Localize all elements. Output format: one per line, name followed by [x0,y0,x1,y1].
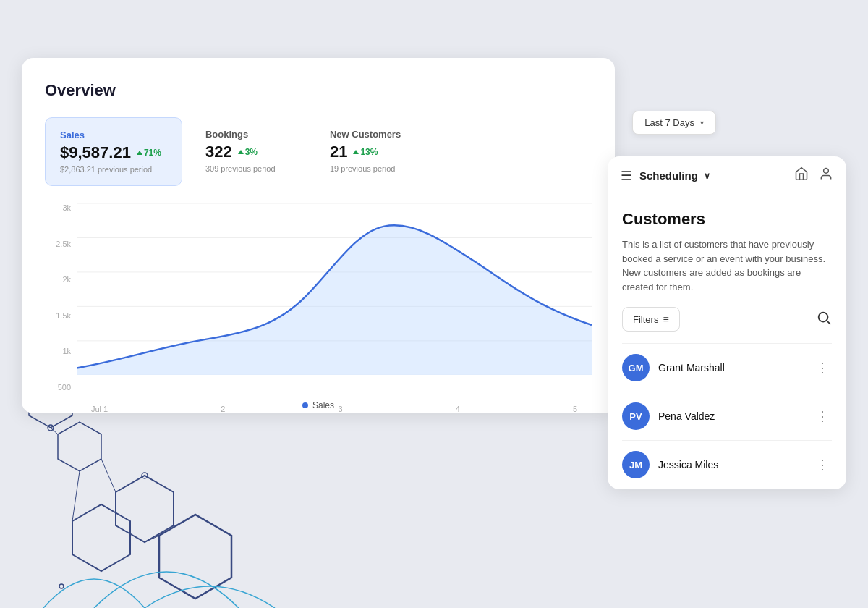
legend-label: Sales [312,400,334,410]
more-options-icon-grant[interactable]: ⋮ [813,357,832,379]
new-customers-badge: 13% [353,147,378,157]
new-customers-metric[interactable]: New Customers 21 13% 19 previous period [315,117,431,186]
svg-point-25 [819,312,828,321]
y-label-1.5k: 1.5k [45,311,71,320]
y-label-2k: 2k [45,275,71,284]
customer-item[interactable]: GM Grant Marshall ⋮ [622,344,832,392]
chart-y-labels: 3k 2.5k 2k 1.5k 1k 500 [45,203,71,413]
new-customers-value: 21 [330,143,347,161]
svg-line-26 [827,321,830,324]
customers-description: This is a list of customers that have pr… [622,237,832,294]
arrow-up-icon [137,151,142,155]
new-customers-sub: 19 previous period [330,164,411,173]
bookings-metric[interactable]: Bookings 322 3% 309 previous period [191,117,307,186]
scheduling-title-button[interactable]: Scheduling ∨ [639,169,710,182]
x-label-2: 2 [221,405,225,413]
x-label-3: 3 [339,405,343,413]
store-icon[interactable] [794,166,809,185]
customer-avatar-pv: PV [622,402,650,430]
more-options-icon-jessica[interactable]: ⋮ [813,454,832,476]
date-filter-button[interactable]: Last 7 Days ▾ [632,111,716,135]
more-options-icon-pena[interactable]: ⋮ [813,405,832,427]
customer-name-pena: Pena Valdez [658,410,804,422]
scheduling-chevron-icon: ∨ [704,171,710,181]
overview-card: Overview Sales $9,587.21 71% $2,863.21 p… [22,58,615,413]
sales-sub: $2,863.21 previous period [60,165,161,174]
sales-badge: 71% [137,148,161,158]
customer-name-jessica: Jessica Miles [658,459,804,470]
sales-label: Sales [60,130,161,140]
customer-avatar-jm: JM [622,451,650,478]
customer-name-grant: Grant Marshall [658,362,804,373]
chart-legend: Sales [302,400,334,410]
bookings-sub: 309 previous period [205,164,286,173]
y-label-1k: 1k [45,347,71,355]
sales-value: $9,587.21 [60,143,131,162]
chevron-down-icon: ▾ [700,119,704,127]
svg-point-17 [59,584,64,588]
customer-item[interactable]: PV Pena Valdez ⋮ [622,392,832,441]
svg-point-24 [824,169,829,174]
overview-title: Overview [45,81,592,100]
date-filter-label: Last 7 Days [644,117,694,128]
customer-item[interactable]: JM Jessica Miles ⋮ [622,441,832,489]
filters-button[interactable]: Filters ≡ [622,307,680,332]
legend-dot [302,402,308,408]
svg-line-9 [72,471,80,521]
customer-avatar-gm: GM [622,354,650,381]
bookings-label: Bookings [205,129,286,140]
chart-svg [77,203,592,375]
scheduling-right [794,166,833,185]
customer-list: GM Grant Marshall ⋮ PV Pena Valdez ⋮ JM … [622,343,832,489]
user-icon[interactable] [819,166,833,185]
scheduling-left: ☰ Scheduling ∨ [621,168,710,184]
x-label-5: 5 [573,405,577,413]
svg-marker-2 [58,422,101,471]
customers-heading: Customers [622,210,832,229]
bookings-badge: 3% [238,147,258,157]
customers-body: Customers This is a list of customers th… [608,195,846,489]
bookings-value: 322 [205,143,232,161]
svg-marker-3 [72,504,130,571]
y-label-3k: 3k [45,203,71,212]
arrow-up-icon [353,150,359,154]
y-label-500: 500 [45,383,71,392]
filter-search-row: Filters ≡ [622,307,832,332]
arrow-up-icon [238,150,244,154]
x-label-jul1: Jul 1 [91,405,108,413]
new-customers-label: New Customers [330,129,411,140]
chart-container: 3k 2.5k 2k 1.5k 1k 500 Jul 1 2 3 4 [45,203,592,413]
search-icon[interactable] [816,310,832,329]
customers-card: ☰ Scheduling ∨ Customers This is [608,156,846,489]
metrics-row: Sales $9,587.21 71% $2,863.21 previous p… [45,117,592,186]
filter-icon: ≡ [663,313,668,325]
hamburger-icon[interactable]: ☰ [621,168,632,184]
y-label-2.5k: 2.5k [45,240,71,248]
scheduling-header: ☰ Scheduling ∨ [608,156,846,195]
svg-line-10 [101,459,116,492]
sales-metric[interactable]: Sales $9,587.21 71% $2,863.21 previous p… [45,117,182,186]
filters-label: Filters [633,314,658,325]
x-label-4: 4 [456,405,460,413]
svg-line-11 [145,536,159,542]
